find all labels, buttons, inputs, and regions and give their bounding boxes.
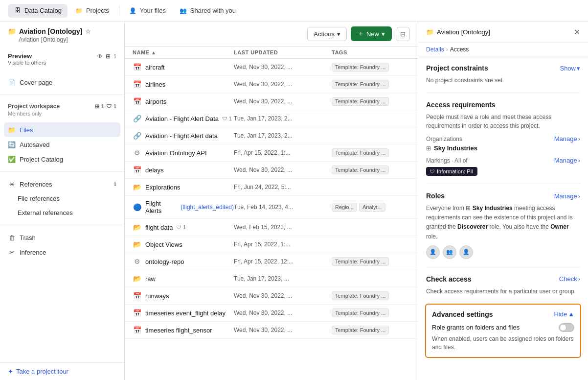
- workspace-section: Project workspace ⊞ 1 🛡 1 Members only: [0, 98, 124, 120]
- nav-tab-your-files-label: Your files: [140, 7, 166, 14]
- toggle-description: When enabled, users can be assigned role…: [432, 335, 574, 352]
- role-avatar-2[interactable]: 👥: [443, 245, 456, 259]
- advanced-title: Advanced settings: [432, 310, 493, 318]
- tag-item: Analyt...: [359, 203, 385, 212]
- sidebar-item-cover-page[interactable]: 📄 Cover page: [4, 75, 120, 90]
- shield-icon: 🛡: [106, 103, 112, 109]
- advanced-hide-button[interactable]: Hide ▲: [554, 310, 574, 318]
- lock-badge: 🛡1: [223, 116, 232, 121]
- eye-icon[interactable]: 👁: [97, 53, 103, 60]
- new-button[interactable]: ＋ New ▾: [351, 26, 392, 41]
- file-updated: Tue, Jan 17, 2023, 2...: [234, 132, 332, 139]
- nav-tab-projects[interactable]: 📁 Projects: [69, 4, 115, 18]
- table-row[interactable]: 📅 timeseries flight_sensor Wed, Nov 30, …: [125, 322, 418, 339]
- table-row[interactable]: 📅 airports Wed, Nov 30, 2022, ... Templa…: [125, 93, 418, 110]
- constraints-header: Project constraints Show ▾: [426, 64, 580, 72]
- sidebar-item-external-references[interactable]: External references: [4, 206, 120, 220]
- file-name-cell: 📅 airlines: [133, 80, 234, 89]
- file-name-text: aircraft: [145, 64, 165, 71]
- sidebar-item-trash[interactable]: 🗑 Trash: [4, 230, 120, 245]
- owner-role: Owner: [550, 223, 568, 230]
- roles-text: Everyone from ⊞ Sky Industries meeting a…: [426, 204, 580, 241]
- file-name-text: Flight Alerts: [145, 200, 177, 214]
- table-row[interactable]: 📂 raw Tue, Jan 17, 2023, ...: [125, 270, 418, 287]
- table-row[interactable]: 🔗 Aviation - Flight Alert Data 🛡1 Tue, J…: [125, 110, 418, 127]
- table-row[interactable]: 📅 aircraft Wed, Nov 30, 2022, ... Templa…: [125, 59, 418, 76]
- advanced-header: Advanced settings Hide ▲: [432, 310, 574, 318]
- sidebar-item-files[interactable]: 📁 Files: [4, 122, 120, 137]
- constraints-text: No project constraints are set.: [426, 76, 580, 85]
- constraints-show-button[interactable]: Show ▾: [560, 65, 580, 72]
- check-access-section: Check access Check › Check access requir…: [426, 275, 580, 296]
- lock-badge: 🛡1: [177, 225, 186, 230]
- star-icon[interactable]: ☆: [85, 28, 91, 35]
- file-name-text: raw: [145, 275, 156, 283]
- table-row[interactable]: 🔵 Flight Alerts (flight_alerts_edited) T…: [125, 196, 418, 219]
- shield-marking-icon: 🛡: [430, 169, 435, 174]
- sidebar-header: 📁 Aviation [Ontology] ☆ Aviation [Ontolo…: [0, 22, 124, 47]
- nav-tab-data-catalog[interactable]: 🗄 Data Catalog: [8, 4, 68, 18]
- table-row[interactable]: 🔗 Aviation - Flight Alert data Tue, Jan …: [125, 127, 418, 144]
- workspace-count2: 1: [113, 103, 116, 109]
- file-tags: Template: Foundry ...: [332, 257, 410, 266]
- table-row[interactable]: 📅 delays Wed, Nov 30, 2022, ... Template…: [125, 162, 418, 179]
- actions-button[interactable]: Actions ▾: [307, 27, 347, 41]
- table-row[interactable]: 📅 timeseries event_flight delay Wed, Nov…: [125, 305, 418, 322]
- org-name-row: ⊞ Sky Industries: [426, 144, 580, 152]
- sidebar-item-project-catalog[interactable]: ✅ Project Catalog: [4, 152, 120, 166]
- nav-tab-your-files[interactable]: 👤 Your files: [123, 4, 172, 18]
- tag-item: Template: Foundry ...: [332, 326, 389, 334]
- nav-tab-shared-with-you[interactable]: 👥 Shared with you: [174, 4, 242, 18]
- trash-label: Trash: [20, 234, 116, 241]
- tour-icon: ✦: [8, 368, 13, 375]
- sidebar-item-autosaved[interactable]: 🔄 Autosaved: [4, 137, 120, 152]
- sidebar-item-file-references[interactable]: File references: [4, 191, 120, 206]
- check-access-button[interactable]: Check ›: [559, 275, 580, 283]
- role-avatar-1[interactable]: 👤: [426, 245, 440, 259]
- table-row[interactable]: 📅 airlines Wed, Nov 30, 2022, ... Templa…: [125, 76, 418, 93]
- tag-item: Regio...: [332, 203, 357, 212]
- file-name-text: airports: [145, 98, 166, 105]
- nav-divider: [119, 6, 119, 16]
- file-name-text: Aviation - Flight Alert Data: [145, 115, 219, 122]
- references-label: References: [20, 181, 110, 188]
- file-name-cell: 📅 aircraft: [133, 63, 234, 71]
- advanced-settings-section: Advanced settings Hide ▲ Role grants on …: [425, 304, 581, 358]
- file-name-cell: 📂 raw: [133, 274, 234, 283]
- file-tags: Template: Foundry ...: [332, 63, 410, 71]
- name-column-header[interactable]: NAME ▲: [133, 49, 234, 55]
- table-row[interactable]: ⚙ ontology-repo Fri, Apr 15, 2022, 12:..…: [125, 253, 418, 270]
- file-tags: Template: Foundry ...: [332, 97, 410, 106]
- table-row[interactable]: 📂 Explorations Fri, Jun 24, 2022, 5:...: [125, 179, 418, 196]
- updated-column-header[interactable]: LAST UPDATED: [234, 49, 332, 55]
- sidebar-item-preview[interactable]: Preview 👁 ⊞ 1 Visible to others: [4, 49, 120, 71]
- constraints-title: Project constraints: [426, 64, 488, 72]
- roles-manage-button[interactable]: Manage ›: [554, 192, 580, 200]
- sidebar-divider-1: [0, 95, 124, 95]
- role-avatar-3[interactable]: 👤: [459, 245, 473, 259]
- sidebar-item-inference[interactable]: ✂ Inference: [4, 245, 120, 260]
- markings-section: Markings · All of Manage › 🛡 Information…: [426, 157, 580, 176]
- workspace-members: Members only: [4, 111, 120, 119]
- sidebar-item-references[interactable]: ✳ References ℹ: [4, 177, 120, 191]
- view-toggle-button[interactable]: ⊟: [396, 27, 410, 41]
- close-panel-button[interactable]: ✕: [574, 27, 580, 37]
- file-area: Actions ▾ ＋ New ▾ ⊟ NAME ▲: [125, 22, 418, 380]
- check-access-header: Check access Check ›: [426, 275, 580, 283]
- take-tour-link[interactable]: ✦ Take a project tour: [0, 362, 124, 380]
- table-row[interactable]: 📂 Object Views Fri, Apr 15, 2022, 1:...: [125, 236, 418, 253]
- file-tags: Template: Foundry ...: [332, 166, 410, 174]
- tags-column-header[interactable]: TAGS: [332, 49, 410, 55]
- role-grants-toggle[interactable]: [559, 323, 574, 332]
- table-row[interactable]: 📂 flight data 🛡1 Wed, Feb 15, 2023, ...: [125, 219, 418, 236]
- markings-manage-button[interactable]: Manage ›: [554, 157, 580, 164]
- file-table: NAME ▲ LAST UPDATED TAGS 📅 aircraft: [125, 47, 418, 380]
- table-row[interactable]: 📅 runways Wed, Nov 30, 2022, ... Templat…: [125, 287, 418, 305]
- file-tags: Template: Foundry ...: [332, 80, 410, 89]
- table-row[interactable]: ⚙ Aviation Ontology API Fri, Apr 15, 202…: [125, 144, 418, 162]
- file-name-text: Explorations: [145, 184, 181, 191]
- org-manage-button[interactable]: Manage ›: [554, 135, 580, 142]
- page-icon: ⊞: [95, 103, 99, 110]
- shared-icon: 👥: [180, 7, 187, 15]
- breadcrumb-details[interactable]: Details: [426, 46, 444, 53]
